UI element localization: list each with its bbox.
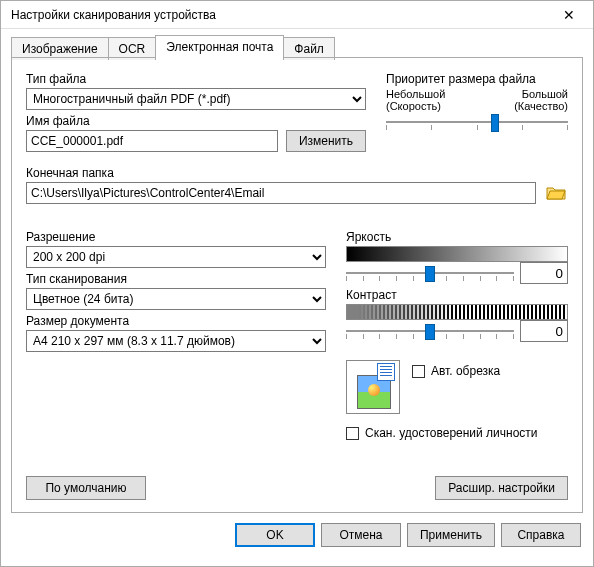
label-priority: Приоритет размера файла — [386, 72, 568, 86]
help-button[interactable]: Справка — [501, 523, 581, 547]
tab-bar: Изображение OCR Электронная почта Файл — [11, 35, 583, 58]
scan-type-select[interactable]: Цветное (24 бита) — [26, 288, 326, 310]
label-file-type: Тип файла — [26, 72, 366, 86]
close-icon: ✕ — [563, 7, 575, 23]
preview-thumbnail — [346, 360, 400, 414]
auto-crop-label: Авт. обрезка — [431, 364, 500, 378]
change-button[interactable]: Изменить — [286, 130, 366, 152]
content: Изображение OCR Электронная почта Файл Т… — [1, 29, 593, 513]
doc-size-select[interactable]: А4 210 x 297 мм (8.3 x 11.7 дюймов) — [26, 330, 326, 352]
priority-big-label: Большой — [522, 88, 568, 100]
folder-icon — [546, 185, 566, 201]
label-doc-size: Размер документа — [26, 314, 326, 328]
priority-quality-label: (Качество) — [514, 100, 568, 112]
id-scan-row[interactable]: Скан. удостоверений личности — [346, 426, 568, 440]
label-file-name: Имя файла — [26, 114, 366, 128]
ok-button[interactable]: OK — [235, 523, 315, 547]
brightness-slider-thumb[interactable] — [425, 266, 435, 282]
dialog-buttons: OK Отмена Применить Справка — [1, 513, 593, 557]
label-dest-folder: Конечная папка — [26, 166, 568, 180]
priority-small-label: Небольшой — [386, 88, 445, 100]
close-button[interactable]: ✕ — [549, 2, 589, 28]
contrast-value[interactable] — [520, 320, 568, 342]
id-scan-label: Скан. удостоверений личности — [365, 426, 538, 440]
label-brightness: Яркость — [346, 230, 568, 244]
file-type-select[interactable]: Многостраничный файл PDF (*.pdf) — [26, 88, 366, 110]
brightness-value[interactable] — [520, 262, 568, 284]
label-resolution: Разрешение — [26, 230, 326, 244]
auto-crop-row[interactable]: Авт. обрезка — [412, 364, 500, 378]
contrast-slider-thumb[interactable] — [425, 324, 435, 340]
file-name-field: CCE_000001.pdf — [26, 130, 278, 152]
dest-folder-field: C:\Users\Ilya\Pictures\ControlCenter4\Em… — [26, 182, 536, 204]
brightness-gradient — [346, 246, 568, 262]
tab-email[interactable]: Электронная почта — [155, 35, 284, 58]
priority-labels: Небольшой Большой — [386, 88, 568, 100]
defaults-button[interactable]: По умолчанию — [26, 476, 146, 500]
contrast-slider[interactable] — [346, 321, 514, 341]
window-title: Настройки сканирования устройства — [11, 8, 216, 22]
resolution-select[interactable]: 200 x 200 dpi — [26, 246, 326, 268]
priority-speed-label: (Скорость) — [386, 100, 441, 112]
auto-crop-checkbox[interactable] — [412, 365, 425, 378]
cancel-button[interactable]: Отмена — [321, 523, 401, 547]
advanced-button[interactable]: Расшир. настройки — [435, 476, 568, 500]
priority-sublabels: (Скорость) (Качество) — [386, 100, 568, 112]
id-scan-checkbox[interactable] — [346, 427, 359, 440]
priority-slider[interactable] — [386, 112, 568, 132]
priority-slider-thumb[interactable] — [491, 114, 499, 132]
contrast-gradient — [346, 304, 568, 320]
label-contrast: Контраст — [346, 288, 568, 302]
brightness-slider[interactable] — [346, 263, 514, 283]
browse-folder-button[interactable] — [544, 182, 568, 204]
document-icon — [377, 363, 395, 381]
titlebar: Настройки сканирования устройства ✕ — [1, 1, 593, 29]
label-scan-type: Тип сканирования — [26, 272, 326, 286]
dialog-window: Настройки сканирования устройства ✕ Изоб… — [0, 0, 594, 567]
apply-button[interactable]: Применить — [407, 523, 495, 547]
tab-panel-email: Тип файла Многостраничный файл PDF (*.pd… — [11, 57, 583, 513]
